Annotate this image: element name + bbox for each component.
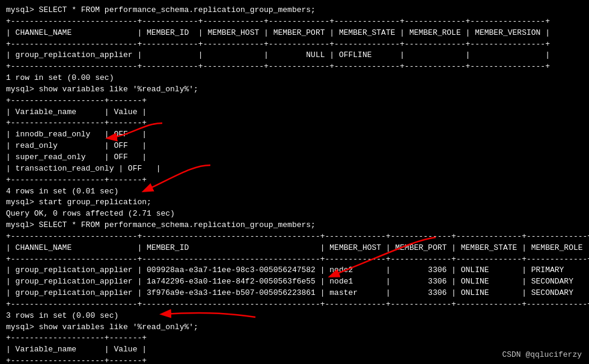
terminal: mysql> SELECT * FROM performance_schema.… — [0, 0, 589, 364]
terminal-line: +---------------------------+-----------… — [6, 231, 583, 243]
terminal-line: | group_replication_applier | | | NULL |… — [6, 50, 583, 61]
terminal-line: +---------------------------+-----------… — [6, 254, 583, 265]
terminal-line: | group_replication_applier | 1a742296-e… — [6, 276, 583, 288]
terminal-line: 1 row in set (0.00 sec) — [6, 73, 583, 84]
terminal-line: +---------------------------+-----------… — [6, 39, 583, 50]
terminal-line: | group_replication_applier | 3f976a9e-e… — [6, 288, 583, 299]
terminal-line: mysql> SELECT * FROM performance_schema.… — [6, 220, 583, 231]
terminal-line: mysql> SELECT * FROM performance_schema.… — [6, 5, 583, 16]
terminal-line: +---------------------------+-----------… — [6, 61, 583, 73]
terminal-line: 4 rows in set (0.01 sec) — [6, 186, 583, 198]
terminal-line: | read_only | OFF | — [6, 141, 583, 152]
terminal-line: +--------------------+-------+ — [6, 96, 583, 107]
terminal-line: | group_replication_applier | 009928aa-e… — [6, 265, 583, 276]
terminal-line: mysql> show variables like '%read_only%'… — [6, 84, 583, 96]
terminal-line: | transaction_read_only | OFF | — [6, 163, 583, 175]
terminal-line: +--------------------+-------+ — [6, 333, 583, 344]
terminal-line: mysql> show variables like '%read_only%'… — [6, 322, 583, 333]
terminal-line: | innodb_read_only | OFF | — [6, 129, 583, 141]
terminal-line: +---------------------------+-----------… — [6, 299, 583, 311]
watermark: CSDN @qqluciferzy — [502, 350, 582, 359]
terminal-line: mysql> start group_replication; — [6, 197, 583, 208]
terminal-line: Query OK, 0 rows affected (2.71 sec) — [6, 208, 583, 220]
terminal-line: | Variable_name | Value | — [6, 344, 583, 356]
terminal-line: +---------------------------+-----------… — [6, 16, 583, 28]
terminal-line: | CHANNEL_NAME | MEMBER_ID | MEMBER_HOST… — [6, 243, 583, 254]
terminal-line: 3 rows in set (0.00 sec) — [6, 311, 583, 322]
terminal-line: | Variable_name | Value | — [6, 107, 583, 118]
terminal-line: +--------------------+-------+ — [6, 118, 583, 129]
terminal-line: +--------------------+-------+ — [6, 175, 583, 186]
terminal-line: +--------------------+-------+ — [6, 356, 583, 364]
terminal-line: | super_read_only | OFF | — [6, 152, 583, 163]
terminal-line: | CHANNEL_NAME | MEMBER_ID | MEMBER_HOST… — [6, 28, 583, 39]
